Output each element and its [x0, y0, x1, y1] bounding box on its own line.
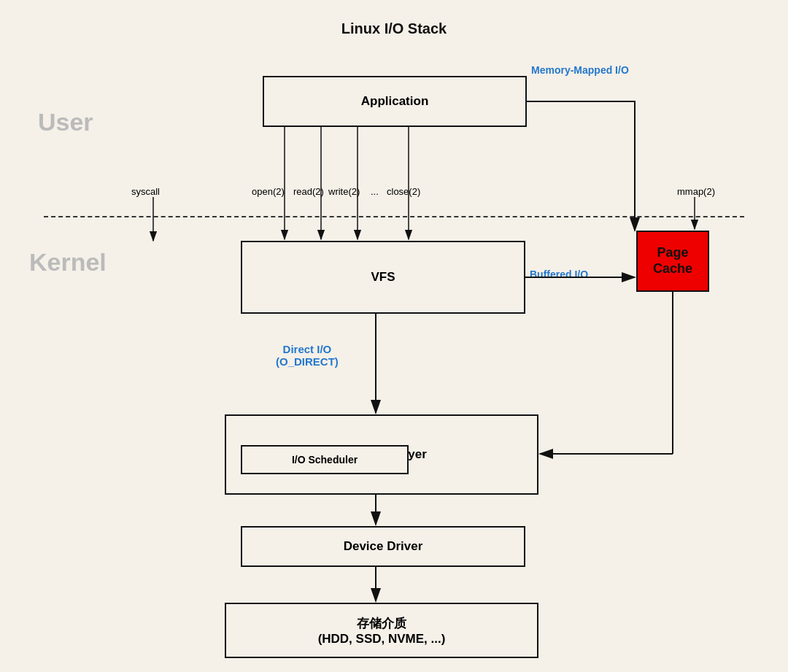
kernel-layer-label: Kernel: [29, 248, 107, 277]
device-driver-box: Device Driver: [241, 526, 525, 567]
close-label: close(2): [387, 186, 420, 197]
open-label: open(2): [252, 186, 285, 197]
write-label: write(2): [328, 186, 360, 197]
buffered-io-label: Buffered I/O: [530, 269, 588, 280]
mmap-label: mmap(2): [677, 186, 715, 197]
memory-mapped-label: Memory-Mapped I/O: [531, 64, 629, 76]
vfs-box: VFS: [241, 241, 525, 314]
dots-label: ...: [371, 186, 379, 197]
io-scheduler-box: I/O Scheduler: [241, 445, 409, 474]
read-label: read(2): [293, 186, 324, 197]
diagram-container: Linux I/O Stack User Kernel Application …: [0, 0, 788, 672]
direct-io-label: Direct I/O (O_DIRECT): [276, 343, 339, 368]
user-layer-label: User: [38, 108, 93, 136]
storage-box: 存储介质 (HDD, SSD, NVME, ...): [225, 603, 538, 658]
diagram-title: Linux I/O Stack: [0, 20, 788, 37]
layer-separator: [44, 216, 744, 217]
application-box: Application: [263, 76, 527, 127]
page-cache-box: PageCache: [636, 231, 709, 292]
syscall-label: syscall: [131, 186, 160, 197]
